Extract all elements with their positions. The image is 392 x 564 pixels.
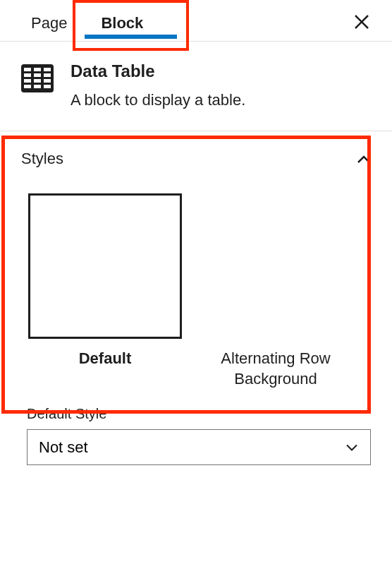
styles-panel-toggle[interactable]: Styles [0, 140, 392, 178]
style-label-alternating: Alternating Row Background [199, 349, 353, 389]
tab-page[interactable]: Page [14, 6, 84, 41]
style-preview-default [28, 193, 182, 339]
svg-rect-11 [34, 85, 41, 88]
svg-rect-1 [24, 68, 31, 71]
svg-rect-10 [24, 85, 31, 88]
chevron-up-icon [357, 150, 371, 168]
default-style-label: Default Style [27, 406, 371, 422]
style-options: Default Alternating Row Background [0, 178, 392, 397]
svg-rect-3 [44, 68, 51, 71]
style-option-default[interactable]: Default [28, 193, 182, 389]
block-info: Data Table A block to display a table. [71, 61, 245, 109]
close-icon [354, 14, 369, 30]
tabs-bar: Page Block [0, 0, 392, 42]
svg-rect-5 [34, 73, 41, 77]
style-preview-alternating [199, 193, 353, 339]
svg-rect-7 [24, 79, 31, 83]
svg-rect-2 [34, 68, 41, 71]
svg-rect-8 [34, 79, 41, 83]
style-option-alternating[interactable]: Alternating Row Background [199, 193, 353, 389]
svg-rect-6 [44, 73, 51, 77]
svg-rect-4 [24, 73, 31, 77]
svg-rect-9 [44, 79, 51, 83]
default-style-section: Default Style Not set [0, 397, 392, 479]
block-header: Data Table A block to display a table. [0, 42, 392, 131]
styles-heading: Styles [21, 150, 63, 168]
default-style-select[interactable]: Not set [27, 429, 371, 465]
close-button[interactable] [345, 6, 378, 40]
tab-active-underline [85, 35, 177, 39]
default-style-select-wrapper: Not set [27, 429, 371, 465]
svg-rect-12 [44, 85, 51, 88]
style-label-default: Default [79, 349, 132, 369]
data-table-icon [21, 64, 54, 92]
block-title: Data Table [71, 61, 245, 81]
styles-panel: Styles Default Alternating Row Backgroun… [0, 131, 392, 479]
block-description: A block to display a table. [71, 91, 245, 109]
